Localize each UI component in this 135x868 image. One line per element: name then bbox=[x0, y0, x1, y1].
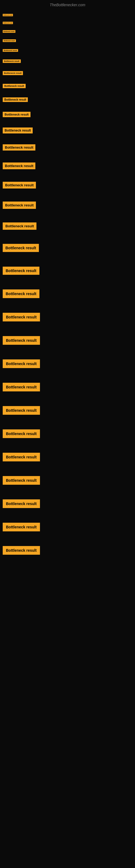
list-item[interactable]: Bottleneck result bbox=[3, 14, 132, 16]
list-item[interactable]: Bottleneck result bbox=[3, 523, 132, 531]
bottleneck-result-badge: Bottleneck result bbox=[3, 71, 23, 75]
list-item[interactable]: Bottleneck result bbox=[3, 406, 132, 415]
bottleneck-result-badge: Bottleneck result bbox=[3, 453, 40, 461]
list-item[interactable]: Bottleneck result bbox=[3, 383, 132, 392]
bottleneck-result-badge: Bottleneck result bbox=[3, 49, 18, 52]
list-item[interactable]: Bottleneck result bbox=[3, 49, 132, 52]
bottleneck-result-badge: Bottleneck result bbox=[3, 383, 40, 392]
bottleneck-result-badge: Bottleneck result bbox=[3, 476, 40, 485]
list-item[interactable]: Bottleneck result bbox=[3, 71, 132, 75]
list-item[interactable]: Bottleneck result bbox=[3, 476, 132, 485]
bottleneck-result-badge: Bottleneck result bbox=[3, 182, 36, 188]
list-item[interactable]: Bottleneck result bbox=[3, 112, 132, 117]
bottleneck-result-badge: Bottleneck result bbox=[3, 336, 40, 345]
list-item[interactable]: Bottleneck result bbox=[3, 22, 132, 24]
bottleneck-result-badge: Bottleneck result bbox=[3, 14, 13, 16]
list-item[interactable]: Bottleneck result bbox=[3, 267, 132, 275]
list-item[interactable]: Bottleneck result bbox=[3, 39, 132, 42]
list-item[interactable]: Bottleneck result bbox=[3, 222, 132, 230]
bottleneck-result-badge: Bottleneck result bbox=[3, 546, 40, 555]
site-title-text: TheBottlenecker.com bbox=[0, 0, 135, 8]
list-item[interactable]: Bottleneck result bbox=[3, 30, 132, 33]
bottleneck-result-badge: Bottleneck result bbox=[3, 22, 13, 24]
list-item[interactable]: Bottleneck result bbox=[3, 289, 132, 298]
bottleneck-result-badge: Bottleneck result bbox=[3, 84, 26, 88]
list-item[interactable]: Bottleneck result bbox=[3, 84, 132, 88]
list-item[interactable]: Bottleneck result bbox=[3, 244, 132, 252]
bottleneck-result-badge: Bottleneck result bbox=[3, 222, 37, 230]
list-item[interactable]: Bottleneck result bbox=[3, 162, 132, 169]
bottleneck-result-badge: Bottleneck result bbox=[3, 39, 16, 42]
list-item[interactable]: Bottleneck result bbox=[3, 182, 132, 188]
bottleneck-result-badge: Bottleneck result bbox=[3, 59, 21, 63]
bottleneck-result-badge: Bottleneck result bbox=[3, 127, 33, 133]
bottleneck-result-badge: Bottleneck result bbox=[3, 360, 40, 368]
bottleneck-result-badge: Bottleneck result bbox=[3, 429, 40, 438]
list-item[interactable]: Bottleneck result bbox=[3, 313, 132, 321]
list-item[interactable]: Bottleneck result bbox=[3, 429, 132, 438]
bottleneck-result-badge: Bottleneck result bbox=[3, 406, 40, 415]
list-item[interactable]: Bottleneck result bbox=[3, 144, 132, 151]
results-container: Bottleneck resultBottleneck resultBottle… bbox=[0, 8, 135, 575]
bottleneck-result-badge: Bottleneck result bbox=[3, 244, 39, 252]
bottleneck-result-badge: Bottleneck result bbox=[3, 499, 40, 508]
bottleneck-result-badge: Bottleneck result bbox=[3, 97, 28, 102]
list-item[interactable]: Bottleneck result bbox=[3, 202, 132, 209]
list-item[interactable]: Bottleneck result bbox=[3, 453, 132, 461]
list-item[interactable]: Bottleneck result bbox=[3, 59, 132, 63]
bottleneck-result-badge: Bottleneck result bbox=[3, 112, 31, 117]
bottleneck-result-badge: Bottleneck result bbox=[3, 267, 39, 275]
list-item[interactable]: Bottleneck result bbox=[3, 336, 132, 345]
bottleneck-result-badge: Bottleneck result bbox=[3, 313, 40, 321]
bottleneck-result-badge: Bottleneck result bbox=[3, 523, 40, 531]
bottleneck-result-badge: Bottleneck result bbox=[3, 289, 39, 298]
list-item[interactable]: Bottleneck result bbox=[3, 546, 132, 555]
list-item[interactable]: Bottleneck result bbox=[3, 499, 132, 508]
list-item[interactable]: Bottleneck result bbox=[3, 360, 132, 368]
bottleneck-result-badge: Bottleneck result bbox=[3, 30, 15, 33]
bottleneck-result-badge: Bottleneck result bbox=[3, 162, 35, 169]
bottleneck-result-badge: Bottleneck result bbox=[3, 144, 35, 151]
list-item[interactable]: Bottleneck result bbox=[3, 127, 132, 133]
bottleneck-result-badge: Bottleneck result bbox=[3, 202, 36, 209]
list-item[interactable]: Bottleneck result bbox=[3, 97, 132, 102]
